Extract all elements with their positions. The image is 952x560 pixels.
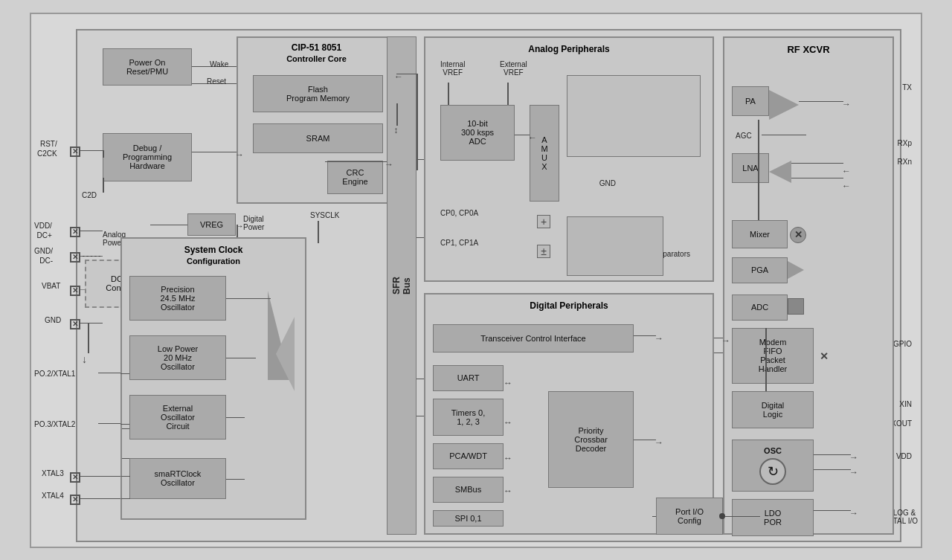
uart-label: UART xyxy=(457,373,480,382)
transceiver-ctrl-label: Transceiver Control Interface xyxy=(480,334,585,343)
line-rst xyxy=(80,150,103,152)
line-amux-adc xyxy=(515,135,530,136)
line-gnd-v xyxy=(88,324,89,353)
low-power-osc-block: Low Power20 MHzOscillator xyxy=(129,335,226,380)
line-xout xyxy=(814,469,851,471)
lna-triangle xyxy=(769,161,791,183)
line-pa-tx xyxy=(799,101,843,103)
modem-fifo-block: ModemFIFOPacketHandler xyxy=(732,328,814,384)
arrow-crc-sfr: → xyxy=(385,159,393,170)
pa-triangle xyxy=(769,90,799,120)
line-debug-cip xyxy=(192,152,237,153)
crc-engine-label: CRCEngine xyxy=(342,168,367,186)
arrow-timer-cross: ↔ xyxy=(504,417,512,428)
plus-sign-cp0: + xyxy=(537,215,550,228)
signal-xtal2: PO.3/XTAL2 xyxy=(34,420,75,428)
ldo-por-block: LDOPOR xyxy=(732,499,814,536)
signal-xin: XIN xyxy=(899,400,912,408)
line-rxn-lna xyxy=(791,178,843,179)
vreg-block: VREG xyxy=(187,213,236,236)
label-wake: Wake xyxy=(210,60,228,68)
pca-wdt-label: PCA/WDT xyxy=(449,451,487,460)
x-mark-gnd-dc: ✕ xyxy=(70,252,80,263)
x-mark-xtal3: ✕ xyxy=(70,472,80,483)
arrow-smbus-cross: ↔ xyxy=(504,486,512,496)
pa-label: PA xyxy=(745,97,756,106)
signal-rxp: RXp xyxy=(898,139,912,147)
clock-mux-right xyxy=(276,317,295,391)
label-c2d: C2D xyxy=(82,191,97,199)
line-rf-v2 xyxy=(765,328,767,391)
system-clock-section: System Clock Configuration Precision24.5… xyxy=(120,237,306,520)
line-gnd xyxy=(80,323,103,324)
low-power-osc-label: Low Power20 MHzOscillator xyxy=(158,344,198,371)
line-xtal3-smart xyxy=(121,476,130,477)
arrow-down-gnd: ↓ xyxy=(82,353,87,365)
label-sysclk: SYSCLK xyxy=(310,211,339,219)
line-sfr-digital2 xyxy=(416,416,424,417)
spi-label: SPI 0,1 xyxy=(454,514,481,523)
flash-memory-block: FlashProgram Memory xyxy=(253,75,383,112)
plus-minus-cp1: ± xyxy=(537,245,550,258)
line-agc xyxy=(762,135,806,136)
pga-block: PGA xyxy=(732,257,788,283)
line-xtal2-ext xyxy=(120,424,129,425)
signal-xout: XOUT xyxy=(891,419,912,428)
x-mark-gnd: ✕ xyxy=(70,319,80,329)
line-analog-power xyxy=(150,225,187,226)
debug-hardware-label: Debug /ProgrammingHardware xyxy=(123,144,172,170)
arrow-uart-cross: ↔ xyxy=(504,378,512,388)
vreg-label: VREG xyxy=(200,220,223,229)
digital-peripherals-title: Digital Peripherals xyxy=(530,300,608,311)
rf-xcvr-title: RF XCVR xyxy=(787,44,829,55)
port-io-config-label: Port I/OConfig xyxy=(675,507,704,525)
smartclock-osc-label: smaRTClockOscillator xyxy=(155,469,202,487)
signal-gpio: GPIO xyxy=(893,340,912,348)
line-sfr-analog xyxy=(416,159,424,161)
pca-wdt-block: PCA/WDT xyxy=(433,443,504,469)
cip51-title: CIP-51 8051 xyxy=(292,42,341,53)
line-vdd xyxy=(80,231,103,232)
arrow-sfr-cip: ← xyxy=(394,71,403,82)
digital-logic-label: DigitalLogic xyxy=(762,401,785,419)
line-trans-right xyxy=(634,335,656,337)
flash-memory-label: FlashProgram Memory xyxy=(286,85,350,103)
sram-label: SRAM xyxy=(306,134,330,143)
timers-block: Timers 0,1, 2, 3 xyxy=(433,399,504,436)
osc-label: OSC xyxy=(764,446,782,455)
osc-block: OSC ↻ xyxy=(732,440,814,492)
signal-tx: TX xyxy=(902,83,912,91)
line-ext-osc-mux xyxy=(226,417,245,419)
arrow-rxn: ← xyxy=(842,181,851,191)
pga-triangle xyxy=(788,261,804,279)
signal-gnd: GND xyxy=(45,316,61,324)
priority-crossbar-label: PriorityCrossbarDecoder xyxy=(574,426,608,453)
line-vref-ext xyxy=(507,83,509,105)
arrow-debug: → xyxy=(235,149,244,160)
rf-xcvr-section: RF XCVR PA → AGC LNA ← ← Mixer ✕ PGA xyxy=(723,36,894,535)
signal-gnd-dc: GND/DC- xyxy=(34,246,53,265)
adc-10bit-label: 10-bit300 kspsADC xyxy=(461,119,494,146)
arrow-amux-adc: ← xyxy=(528,132,537,143)
transceiver-ctrl-block: Transceiver Control Interface xyxy=(433,324,634,353)
analog-peripherals-title: Analog Peripherals xyxy=(528,44,609,54)
sfr-bus-label: SFRBus xyxy=(391,277,412,295)
arrow-rxp: ← xyxy=(842,166,851,176)
line-vdd-rf xyxy=(814,510,851,512)
debug-hardware-block: Debug /ProgrammingHardware xyxy=(103,133,192,181)
signal-vdd-dc: VDD/DC+ xyxy=(34,221,52,240)
line-rst-v xyxy=(103,150,104,158)
signal-xtal3: XTAL3 xyxy=(42,469,64,477)
power-on-reset-block: Power OnReset/PMU xyxy=(103,48,192,86)
mixer-block: Mixer xyxy=(732,220,788,248)
line-dp-rf2 xyxy=(714,353,723,354)
crc-engine-block: CRCEngine xyxy=(327,161,383,194)
line-crc-sfr xyxy=(325,161,387,163)
mixer-label: Mixer xyxy=(750,230,770,239)
smbus-label: SMBus xyxy=(455,485,481,494)
line-xtal1-ext xyxy=(120,373,129,375)
line-xtal4-smart xyxy=(121,498,130,500)
adc-rf-label: ADC xyxy=(751,303,768,312)
osc-circle: ↻ xyxy=(759,458,786,485)
line-prec-osc-mux xyxy=(226,298,271,300)
